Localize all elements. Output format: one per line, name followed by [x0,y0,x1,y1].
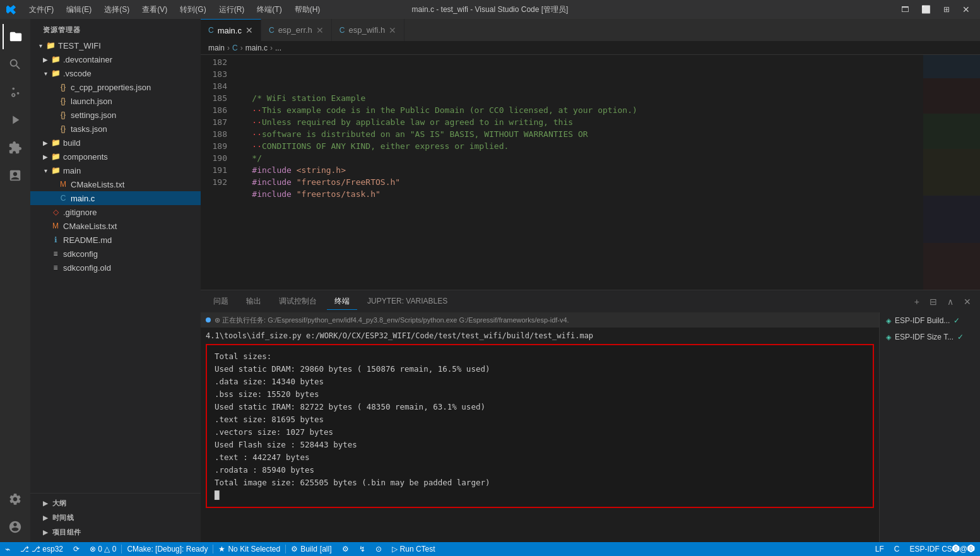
tree-cmake-main[interactable]: ▶ M CMakeLists.txt [30,177,201,191]
layout-button[interactable]: ⊞ [940,4,953,15]
terminal-body[interactable]: 4.1\tools\idf_size.py e:/WORK/O/CX/ESP32… [201,328,879,542]
activity-search[interactable] [3,52,28,77]
titlebar: 文件(F) 编辑(E) 选择(S) 查看(V) 转到(G) 运行(R) 终端(T… [0,0,980,19]
flash-icon: ↯ [359,545,365,553]
tree-settings[interactable]: ▶ {} settings.json [30,108,201,122]
project-section[interactable]: ▶ 项目组件 [30,525,201,540]
flash-line: Used Flash size : 528443 bytes [215,439,865,451]
outline-section[interactable]: ▶ 大纲 [30,496,201,511]
panel-split-button[interactable]: ⊟ [926,295,941,308]
tree-cmake-root[interactable]: ▶ M CMakeLists.txt [30,219,201,233]
status-lf[interactable]: LF [870,542,889,556]
cmake-main-label: CMakeLists.txt [71,180,124,189]
tab-esp-err-close[interactable]: ✕ [316,26,324,35]
close-button[interactable]: ✕ [959,3,974,16]
editor-area: C main.c ✕ C esp_err.h ✕ C esp_wifi.h ✕ … [201,19,980,542]
panel-tab-problems[interactable]: 问题 [206,293,236,310]
activity-source-control[interactable] [3,80,28,105]
status-remote[interactable]: ⌁ [0,542,15,556]
activity-explorer[interactable] [3,24,28,49]
breadcrumb-main[interactable]: main [208,44,225,52]
tree-readme[interactable]: ▶ ℹ README.md [30,233,201,247]
git-branch: ⎇ esp32 [32,545,63,553]
tab-esp-wifi-close[interactable]: ✕ [389,26,396,35]
terminal-cursor: █ [215,489,865,502]
cmd-full-line: 4.1\tools\idf_size.py e:/WORK/O/CX/ESP32… [206,330,874,341]
breadcrumb-sep1: › [227,44,230,52]
status-errors[interactable]: ⊗ 0 △ 0 [85,542,121,556]
panel-close-button[interactable]: ✕ [960,295,975,308]
tree-gitignore[interactable]: ▶ ◇ .gitignore [30,205,201,219]
panel-tab-debug[interactable]: 调试控制台 [271,293,324,310]
tree-root[interactable]: ▾ 📁 TEST_WIFI [30,38,201,52]
panel-tab-terminal[interactable]: 终端 [327,293,357,310]
status-git[interactable]: ⎇ ⎇ esp32 [15,542,68,556]
breadcrumb-file[interactable]: main.c [245,44,268,52]
tab-mainc-close[interactable]: ✕ [245,26,253,35]
tab-mainc[interactable]: C main.c ✕ [201,19,261,41]
menu-terminal[interactable]: 终端(T) [252,3,286,16]
mainc-label: main.c [71,194,95,203]
menu-help[interactable]: 帮助(H) [290,3,326,16]
panel-tab-jupyter[interactable]: JUPYTER: VARIABLES [360,294,455,309]
status-build[interactable]: ⚙ Build [all] [286,542,336,556]
status-cmake[interactable]: CMake: [Debug]: Ready [122,542,213,556]
vectors-line: .vectors size: 1027 bytes [215,426,865,439]
menu-select[interactable]: 选择(S) [99,3,134,16]
tab-esp-wifi[interactable]: C esp_wifi.h ✕ [332,19,404,41]
task-esp-build[interactable]: ◈ ESP-IDF Build... ✓ [880,312,980,329]
tree-devcontainer[interactable]: ▶ 📁 .devcontainer [30,52,201,66]
cpp-icon: {} [58,82,68,92]
task-esp-size[interactable]: ◈ ESP-IDF Size T... ✓ [880,329,980,345]
panel-toolbar: + ⊟ ∧ ✕ [911,295,975,308]
status-flash[interactable]: ↯ [354,542,370,556]
bss-line: .bss size: 15520 bytes [215,388,865,401]
minimize-button[interactable]: 🗖 [897,4,912,15]
maximize-button[interactable]: ⬜ [918,4,935,15]
activity-test[interactable] [3,163,28,188]
tree-tasks[interactable]: ▶ {} tasks.json [30,122,201,136]
tree-cpp-props[interactable]: ▶ {} c_cpp_properties.json [30,80,201,94]
activity-account[interactable] [3,514,28,540]
mainc-tab-icon: C [208,26,214,35]
tree-main[interactable]: ▾ 📁 main [30,163,201,177]
panel-up-button[interactable]: ∧ [943,295,957,308]
main-label: main [63,166,81,175]
tree-mainc[interactable]: ▶ C main.c [30,191,201,205]
status-monitor[interactable]: ⊙ [370,542,387,556]
status-run-ctest[interactable]: ▷ Run CTest [387,542,440,556]
gear1-icon: ⚙ [342,545,349,553]
status-gear1[interactable]: ⚙ [337,542,354,556]
file-tree: ▾ 📁 TEST_WIFI ▶ 📁 .devcontainer ▾ 📁 .vsc… [30,38,201,493]
tree-launch[interactable]: ▶ {} launch.json [30,94,201,108]
tab-esp-err[interactable]: C esp_err.h ✕ [261,19,332,41]
minimap [923,55,980,290]
code-content[interactable]: /* WiFi station Example ··This example c… [232,55,923,290]
timeline-section[interactable]: ▶ 时间线 [30,511,201,525]
tree-build[interactable]: ▶ 📁 build [30,136,201,150]
status-esp-idf[interactable]: ESP-IDF CS⓿@⓿ [904,542,980,556]
tree-components[interactable]: ▶ 📁 components [30,150,201,163]
activity-extensions[interactable] [3,135,28,160]
status-lang[interactable]: C [889,542,905,556]
activity-run[interactable] [3,107,28,133]
menu-edit[interactable]: 编辑(E) [61,3,97,16]
menu-view[interactable]: 查看(V) [137,3,172,16]
menu-run[interactable]: 运行(R) [214,3,250,16]
cmake-main-icon: M [58,179,68,189]
tree-vscode[interactable]: ▾ 📁 .vscode [30,66,201,80]
menu-file[interactable]: 文件(F) [24,3,59,16]
outline-arrow: ▶ [43,500,49,507]
breadcrumb-c[interactable]: C [232,44,238,52]
panel-tab-output[interactable]: 输出 [239,293,269,310]
menu-goto[interactable]: 转到(G) [175,3,211,16]
panel-add-button[interactable]: + [911,295,923,308]
activity-settings[interactable] [3,487,28,512]
no-kit-label: No Kit Selected [228,545,280,553]
main-folder-icon: 📁 [50,165,61,175]
status-no-kit[interactable]: ★ No Kit Selected [213,542,285,556]
status-sync[interactable]: ⟳ [68,542,85,556]
tree-sdkconfig[interactable]: ▶ ≡ sdkconfig [30,247,201,261]
tree-sdkconfig-old[interactable]: ▶ ≡ sdkconfig.old [30,261,201,275]
root-folder-icon: 📁 [45,40,56,50]
